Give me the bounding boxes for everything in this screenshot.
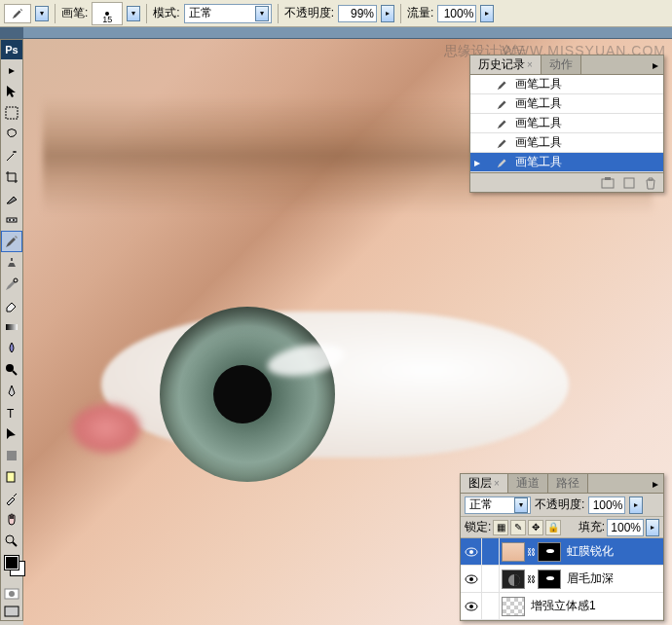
tab-layers[interactable]: 图层× [461,474,508,493]
layer-fill-input[interactable] [607,519,644,536]
history-item[interactable]: 画笔工具 [470,94,663,114]
healing-brush-tool[interactable] [1,209,22,231]
layer-visibility-toggle[interactable] [461,566,482,592]
dock-grip[interactable] [0,27,23,38]
history-item[interactable]: ▸画笔工具 [470,153,663,172]
panel-tabs: 图层× 通道 路径 ▸ [461,474,663,494]
layer-visibility-toggle[interactable] [461,538,482,565]
flow-input[interactable] [437,5,476,22]
svg-rect-15 [605,177,611,180]
svg-text:T: T [7,407,15,421]
panel-footer [470,172,663,192]
panel-menu-icon[interactable]: ▸ [648,474,663,493]
layer-link-col[interactable] [482,593,500,619]
gradient-tool[interactable] [1,316,22,338]
brush-tool[interactable] [1,231,22,252]
fill-flyout[interactable]: ▸ [646,519,659,536]
path-selection-tool[interactable] [1,423,22,445]
lock-all-icon[interactable]: 🔒 [545,520,561,535]
tab-channels[interactable]: 通道 [508,474,548,493]
blend-mode-value: 正常 [187,5,255,21]
eyedropper-tool[interactable] [1,488,22,509]
eye-icon [465,574,478,584]
tab-history[interactable]: 历史记录× [470,55,541,74]
layer-row[interactable]: ⛓ 眉毛加深 [461,566,663,593]
foreground-color-swatch[interactable] [5,556,19,570]
crop-tool[interactable] [1,166,22,188]
layer-name[interactable]: 增强立体感1 [527,598,663,614]
new-snapshot-icon[interactable] [601,176,615,190]
color-swatches[interactable] [3,554,20,583]
screen-mode-toggle[interactable] [1,603,22,620]
link-icon: ⛓ [527,547,536,557]
layer-name[interactable]: 眉毛加深 [563,570,663,587]
clone-stamp-tool[interactable] [1,252,22,274]
lasso-tool[interactable] [1,124,22,145]
tool-preset-dropdown[interactable]: ▾ [35,6,49,21]
quick-mask-toggle[interactable] [1,585,22,603]
dodge-tool[interactable] [1,359,22,381]
panel-menu-icon[interactable]: ▸ [648,55,663,74]
new-document-icon[interactable] [622,176,636,190]
layer-link-col[interactable] [482,538,500,565]
opacity-flyout[interactable]: ▸ [629,496,643,514]
lock-position-icon[interactable]: ✥ [528,520,543,535]
history-item-label: 画笔工具 [515,95,562,112]
eraser-tool[interactable] [1,295,22,316]
shape-tool[interactable] [1,445,22,466]
blur-tool[interactable] [1,338,22,359]
layer-opacity-input[interactable] [588,496,625,514]
move-tool[interactable] [1,81,22,102]
zoom-tool[interactable] [1,531,22,552]
hand-tool[interactable] [1,509,22,531]
tab-close-icon[interactable]: × [494,478,500,489]
tab-close-icon[interactable]: × [527,59,533,70]
layer-thumbnail[interactable] [502,597,525,616]
layer-thumbnail[interactable] [502,570,525,589]
layer-mask-thumbnail[interactable] [538,542,561,562]
history-brush-tool[interactable] [1,274,22,295]
layer-link-col[interactable] [482,566,500,592]
notes-tool[interactable] [1,466,22,488]
layer-name[interactable]: 虹膜锐化 [563,543,663,560]
eye-icon [465,547,478,557]
brush-preset-picker[interactable]: 15 [92,2,123,25]
magic-wand-tool[interactable] [1,145,22,166]
history-item[interactable]: 画笔工具 [470,133,663,153]
layer-mask-thumbnail[interactable] [538,570,561,589]
svg-rect-1 [7,218,17,222]
expand-arrow[interactable]: ▸ [1,59,22,81]
flow-flyout[interactable]: ▸ [480,5,494,22]
tool-preset-picker[interactable] [4,4,31,23]
tab-paths[interactable]: 路径 [548,474,588,493]
adjustment-icon [503,570,526,590]
opacity-flyout[interactable]: ▸ [381,5,394,22]
layer-row[interactable]: 增强立体感1 [461,593,663,620]
layer-blend-mode-select[interactable]: 正常▾ [465,496,531,514]
svg-point-12 [9,591,15,597]
pen-tool[interactable] [1,381,22,402]
layer-visibility-toggle[interactable] [461,593,482,619]
opacity-input[interactable] [338,5,377,22]
lock-pixels-icon[interactable]: ✎ [510,520,526,535]
type-tool[interactable]: T [1,402,22,423]
brush-dropdown[interactable]: ▾ [127,6,140,21]
lock-transparency-icon[interactable]: ▦ [493,520,508,535]
history-item-label: 画笔工具 [515,76,562,92]
layer-thumbnail[interactable] [502,542,525,562]
chevron-down-icon: ▾ [255,6,269,21]
history-item[interactable]: 画笔工具 [470,75,663,94]
chevron-down-icon: ▾ [514,497,528,513]
trash-icon[interactable] [644,176,657,190]
svg-rect-16 [624,178,634,188]
blend-mode-select[interactable]: 正常 ▾ [184,4,272,23]
svg-rect-8 [7,451,17,460]
ps-logo[interactable]: Ps [1,40,22,59]
divider [146,4,147,23]
layers-list: ⛓ 虹膜锐化 ⛓ 眉毛加深 增强立体感1 [461,538,663,620]
tab-actions[interactable]: 动作 [541,55,581,74]
marquee-tool[interactable] [1,102,22,124]
layer-row[interactable]: ⛓ 虹膜锐化 [461,538,663,566]
history-item[interactable]: 画笔工具 [470,114,663,133]
slice-tool[interactable] [1,188,22,209]
